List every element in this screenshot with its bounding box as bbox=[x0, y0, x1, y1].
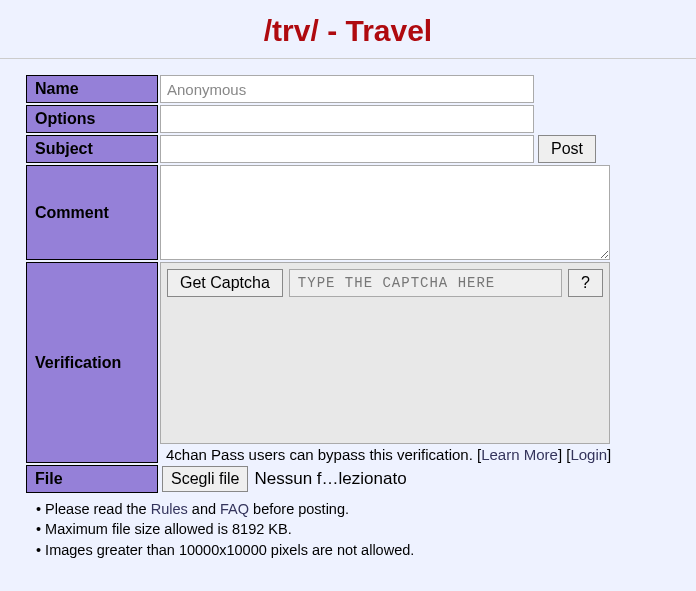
board-title: /trv/ - Travel bbox=[0, 14, 696, 48]
get-captcha-button[interactable]: Get Captcha bbox=[167, 269, 283, 297]
captcha-input[interactable] bbox=[289, 269, 562, 297]
rule-line-2: • Maximum file size allowed is 8192 KB. bbox=[36, 519, 696, 539]
comment-textarea[interactable] bbox=[160, 165, 610, 260]
comment-label: Comment bbox=[26, 165, 158, 260]
verification-label: Verification bbox=[26, 262, 158, 463]
login-link[interactable]: Login bbox=[570, 446, 607, 463]
verification-box: Get Captcha ? bbox=[160, 262, 610, 444]
verification-note: 4chan Pass users can bypass this verific… bbox=[160, 444, 611, 463]
rule-line-3: • Images greater than 10000x10000 pixels… bbox=[36, 540, 696, 560]
post-button[interactable]: Post bbox=[538, 135, 596, 163]
name-input[interactable] bbox=[160, 75, 534, 103]
learn-more-link[interactable]: Learn More bbox=[481, 446, 558, 463]
subject-input[interactable] bbox=[160, 135, 534, 163]
rules-link[interactable]: Rules bbox=[151, 501, 188, 517]
faq-link[interactable]: FAQ bbox=[220, 501, 249, 517]
name-label: Name bbox=[26, 75, 158, 103]
choose-file-button[interactable]: Scegli file bbox=[162, 466, 248, 492]
subject-label: Subject bbox=[26, 135, 158, 163]
page-header: /trv/ - Travel bbox=[0, 0, 696, 59]
rule-line-1: • Please read the Rules and FAQ before p… bbox=[36, 499, 696, 519]
captcha-help-button[interactable]: ? bbox=[568, 269, 603, 297]
options-input[interactable] bbox=[160, 105, 534, 133]
file-label: File bbox=[26, 465, 158, 493]
posting-rules: • Please read the Rules and FAQ before p… bbox=[36, 499, 696, 560]
options-label: Options bbox=[26, 105, 158, 133]
post-form: Name Options Subject Post Comment Verifi… bbox=[24, 73, 613, 495]
file-status-text: Nessun f…lezionato bbox=[254, 469, 406, 489]
captcha-image-area bbox=[167, 299, 603, 437]
